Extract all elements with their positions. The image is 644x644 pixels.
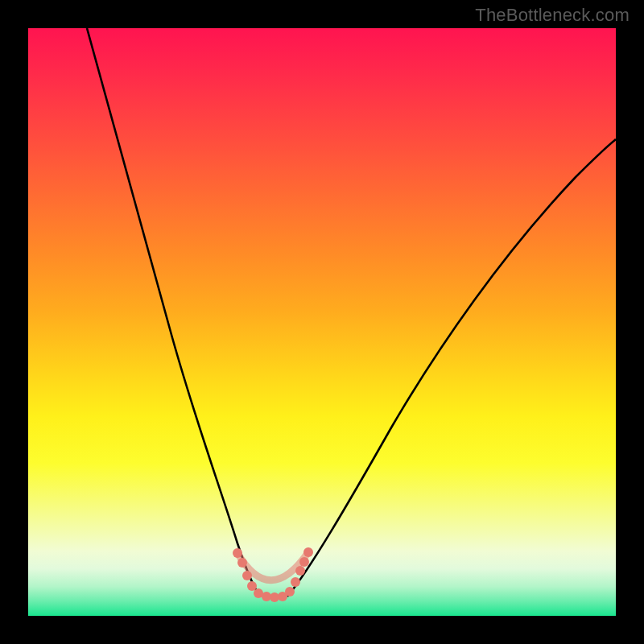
curve-right: [287, 139, 616, 597]
trough-dots: [233, 547, 313, 602]
plot-area: [28, 28, 616, 616]
svg-point-3: [247, 581, 257, 591]
chart-frame: TheBottleneck.com: [0, 0, 644, 644]
svg-point-9: [291, 577, 300, 587]
overlay-curves: [28, 28, 616, 616]
svg-point-8: [285, 587, 295, 597]
curve-left: [87, 28, 260, 597]
watermark-text: TheBottleneck.com: [475, 5, 630, 26]
